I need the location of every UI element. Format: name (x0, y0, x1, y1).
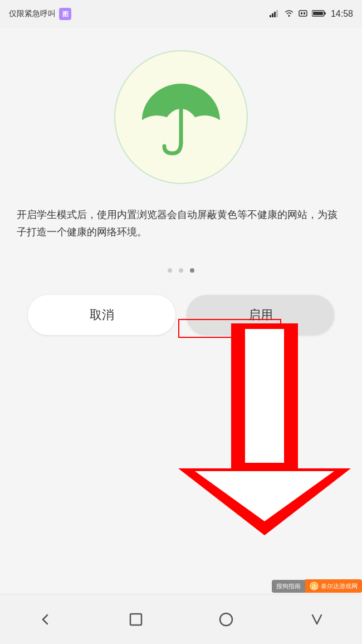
svg-rect-3 (276, 10, 278, 17)
battery-icon (312, 9, 326, 19)
dot-2 (179, 268, 183, 273)
nav-square[interactable] (126, 609, 146, 630)
svg-point-17 (220, 613, 232, 626)
umbrella-container (114, 50, 248, 184)
description-text: 开启学生模式后，使用内置浏览器会自动屏蔽黄色等不健康的网站，为孩子打造一个健康的… (17, 206, 345, 240)
watermark: 搜狗指南 达 泰尔达游戏网 (272, 579, 362, 593)
dot-3 (190, 268, 194, 273)
svg-point-4 (288, 14, 290, 16)
nav-triangle[interactable] (307, 609, 327, 630)
emergency-text: 仅限紧急呼叫 (9, 9, 56, 19)
svg-rect-9 (313, 12, 323, 15)
nav-home[interactable] (216, 609, 236, 630)
umbrella-icon (136, 72, 226, 162)
nav-back[interactable] (35, 609, 55, 630)
status-right: 14:58 (270, 9, 353, 19)
svg-rect-16 (130, 614, 141, 625)
enable-button[interactable]: 启用 (187, 295, 334, 335)
svg-rect-1 (272, 13, 273, 17)
time-display: 14:58 (331, 9, 353, 19)
svg-rect-5 (299, 11, 307, 16)
page-dots (168, 268, 194, 273)
svg-rect-6 (301, 12, 302, 14)
cancel-button[interactable]: 取消 (28, 295, 175, 335)
buttons-row: 取消 启用 (17, 295, 345, 335)
emergency-icon: 图 (59, 8, 71, 20)
watermark-right: 达 泰尔达游戏网 (305, 579, 362, 593)
signal-icon (270, 9, 280, 19)
svg-text:达: 达 (311, 583, 317, 589)
svg-rect-7 (304, 12, 305, 14)
wifi-icon (284, 9, 294, 19)
main-content: 开启学生模式后，使用内置浏览器会自动屏蔽黄色等不健康的网站，为孩子打造一个健康的… (0, 28, 362, 594)
status-bar: 仅限紧急呼叫 图 (0, 0, 362, 28)
svg-rect-10 (324, 12, 326, 14)
svg-rect-2 (274, 12, 276, 17)
sim-icon (299, 9, 307, 19)
watermark-left: 搜狗指南 (272, 580, 305, 593)
status-left: 仅限紧急呼叫 图 (9, 8, 71, 20)
svg-rect-0 (270, 15, 271, 17)
dot-1 (168, 268, 172, 273)
bottom-nav (0, 594, 362, 644)
